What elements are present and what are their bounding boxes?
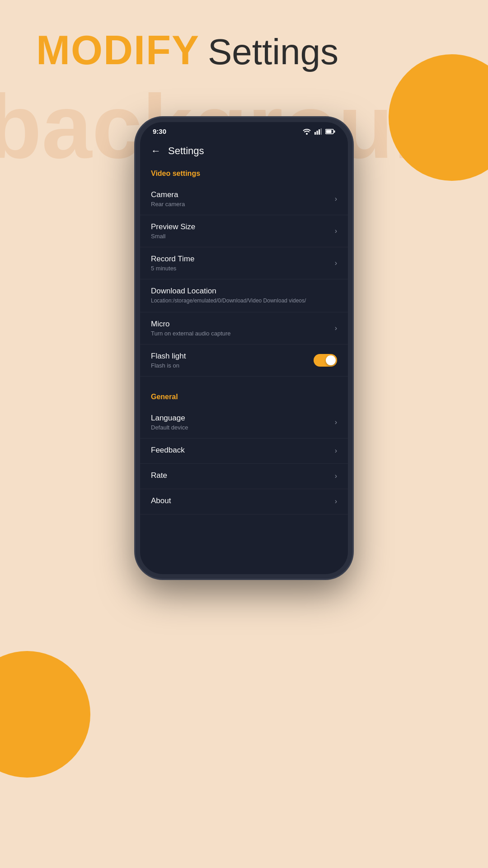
preview-size-chevron-icon: › (335, 227, 337, 235)
download-location-title: Download Location (151, 287, 337, 296)
decorative-circle-top-right (389, 54, 488, 181)
rate-title: Rate (151, 471, 335, 480)
language-title: Language (151, 414, 335, 423)
section-divider (140, 377, 348, 386)
toggle-thumb (326, 355, 336, 365)
wifi-icon (303, 128, 311, 135)
record-time-chevron-icon: › (335, 259, 337, 267)
status-time: 9:30 (153, 127, 166, 135)
screen-title: Settings (168, 145, 204, 157)
language-chevron-icon: › (335, 418, 337, 426)
svg-rect-2 (317, 131, 318, 135)
battery-icon (325, 129, 335, 134)
flash-light-subtitle: Flash is on (151, 362, 314, 369)
top-navigation: ← Settings (140, 138, 348, 166)
feedback-setting[interactable]: Feedback › (140, 439, 348, 464)
camera-setting[interactable]: Camera Rear camera › (140, 183, 348, 215)
svg-rect-7 (334, 130, 335, 132)
download-location-setting[interactable]: Download Location Location:/storage/emul… (140, 279, 348, 312)
record-time-title: Record Time (151, 255, 335, 264)
camera-chevron-icon: › (335, 195, 337, 203)
about-title: About (151, 496, 335, 505)
download-location-subtitle: Location:/storage/emulated/0/Download/Vi… (151, 297, 337, 305)
about-text: About (151, 496, 335, 507)
about-setting[interactable]: About › (140, 489, 348, 514)
page-header: MODIFY Settings (36, 27, 338, 74)
svg-rect-6 (326, 130, 332, 133)
feedback-title: Feedback (151, 446, 335, 455)
rate-setting[interactable]: Rate › (140, 464, 348, 489)
micro-title: Micro (151, 320, 335, 329)
flash-light-toggle[interactable] (314, 354, 337, 367)
record-time-text: Record Time 5 minutes (151, 255, 335, 272)
header-settings-label: Settings (208, 31, 338, 73)
svg-rect-3 (319, 129, 320, 135)
preview-size-setting[interactable]: Preview Size Small › (140, 215, 348, 247)
camera-subtitle: Rear camera (151, 201, 335, 208)
flash-light-setting[interactable]: Flash light Flash is on (140, 344, 348, 377)
video-settings-list: Camera Rear camera › Preview Size Small … (140, 183, 348, 377)
toggle-track[interactable] (314, 354, 337, 367)
micro-setting[interactable]: Micro Turn on external audio capture › (140, 312, 348, 344)
status-icons (303, 128, 335, 135)
general-settings-list: Language Default device › Feedback › (140, 406, 348, 514)
about-chevron-icon: › (335, 497, 337, 505)
flash-light-text: Flash light Flash is on (151, 352, 314, 369)
camera-text: Camera Rear camera (151, 190, 335, 208)
language-setting[interactable]: Language Default device › (140, 406, 348, 439)
svg-rect-1 (314, 132, 316, 135)
download-location-text: Download Location Location:/storage/emul… (151, 287, 337, 305)
flash-light-title: Flash light (151, 352, 314, 361)
back-button[interactable]: ← (151, 145, 161, 157)
micro-subtitle: Turn on external audio capture (151, 330, 335, 337)
phone-frame: 9:30 (136, 118, 352, 579)
language-subtitle: Default device (151, 424, 335, 431)
feedback-text: Feedback (151, 446, 335, 456)
phone-notch (208, 122, 280, 137)
preview-size-subtitle: Small (151, 233, 335, 240)
svg-point-0 (306, 133, 308, 135)
language-text: Language Default device (151, 414, 335, 431)
header-modify-label: MODIFY (36, 27, 200, 74)
general-section-label: General (140, 389, 348, 406)
general-section: General Language Default device › Feedba (140, 389, 348, 514)
record-time-subtitle: 5 minutes (151, 265, 335, 272)
decorative-circle-bottom-left (0, 651, 90, 778)
record-time-setting[interactable]: Record Time 5 minutes › (140, 247, 348, 279)
svg-rect-4 (321, 128, 322, 135)
video-settings-label: Video settings (140, 166, 348, 183)
camera-title: Camera (151, 190, 335, 199)
preview-size-title: Preview Size (151, 222, 335, 231)
signal-icon (314, 128, 322, 135)
app-content: ← Settings Video settings Camera Rear ca… (140, 138, 348, 566)
rate-text: Rate (151, 471, 335, 481)
preview-size-text: Preview Size Small (151, 222, 335, 240)
feedback-chevron-icon: › (335, 447, 337, 455)
rate-chevron-icon: › (335, 472, 337, 480)
phone-mockup: 9:30 (136, 118, 352, 579)
micro-chevron-icon: › (335, 324, 337, 332)
micro-text: Micro Turn on external audio capture (151, 320, 335, 337)
